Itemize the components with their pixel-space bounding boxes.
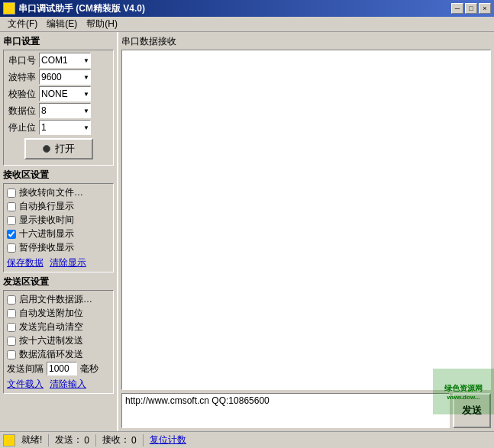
status-divider-1 [48, 434, 49, 446]
minimize-button[interactable]: ─ [451, 3, 463, 14]
left-panel: 串口设置 串口号 COM1 波特率 9600 [0, 32, 118, 431]
stopbits-label: 停止位 [7, 121, 36, 134]
recv-settings-title: 接收区设置 [3, 169, 114, 182]
recv-cb2-checkbox[interactable] [7, 202, 16, 211]
send-cb4-label: 按十六进制发送 [19, 334, 83, 347]
databits-row: 数据位 8 [7, 103, 110, 118]
serial-settings-title: 串口设置 [3, 35, 114, 48]
recv-cb1-label: 接收转向文件… [19, 186, 83, 199]
open-btn-dot [43, 145, 50, 153]
send-cb1-checkbox[interactable] [7, 295, 16, 305]
send-cb5-row: 数据流循环发送 [7, 348, 110, 361]
clear-display-link[interactable]: 清除显示 [50, 256, 86, 269]
interval-row: 发送间隔 毫秒 [7, 362, 110, 375]
baud-select[interactable]: 9600 [39, 69, 91, 85]
send-cb2-checkbox[interactable] [7, 309, 16, 318]
recv-cb1-checkbox[interactable] [7, 189, 16, 198]
menu-help[interactable]: 帮助(H) [82, 16, 122, 32]
send-button[interactable]: 发送 [453, 393, 491, 428]
clear-input-link[interactable]: 清除输入 [50, 378, 86, 391]
status-divider-2 [95, 434, 96, 446]
parity-label: 校验位 [7, 88, 36, 101]
app-title: 串口调试助手 (CM精装版 V4.0) [18, 2, 145, 15]
interval-input[interactable] [47, 362, 77, 375]
menu-bar: 文件(F) 编辑(E) 帮助(H) [0, 17, 494, 32]
send-input[interactable] [121, 393, 450, 428]
app-icon: ⚡ [3, 2, 15, 15]
save-data-link[interactable]: 保存数据 [7, 256, 44, 269]
close-button[interactable]: × [479, 3, 491, 14]
port-row: 串口号 COM1 [7, 53, 110, 68]
status-ready: 就绪! [21, 433, 42, 446]
port-select-wrapper: COM1 [39, 53, 91, 68]
recv-cb5-row: 暂停接收显示 [7, 241, 110, 254]
parity-select[interactable]: NONE [39, 86, 91, 102]
parity-row: 校验位 NONE [7, 86, 110, 102]
recv-count-value: 0 [131, 435, 137, 446]
send-cb4-row: 按十六进制发送 [7, 334, 110, 347]
send-row: 发送 [121, 393, 491, 428]
send-cb1-row: 启用文件数据源… [7, 293, 110, 306]
recv-cb5-checkbox[interactable] [7, 243, 16, 253]
recv-cb3-checkbox[interactable] [7, 216, 16, 225]
status-divider-3 [143, 434, 144, 446]
databits-select[interactable]: 8 [39, 103, 91, 118]
port-label: 串口号 [7, 54, 36, 67]
recv-cb2-row: 自动换行显示 [7, 200, 110, 213]
recv-link-row: 保存数据 清除显示 [7, 256, 110, 269]
stopbits-select-wrapper: 1 [39, 120, 91, 135]
main-container: 串口设置 串口号 COM1 波特率 9600 [0, 32, 494, 431]
send-cb3-label: 发送完自动清空 [19, 321, 83, 334]
databits-label: 数据位 [7, 105, 36, 118]
baud-row: 波特率 9600 [7, 69, 110, 85]
stopbits-row: 停止位 1 [7, 120, 110, 135]
send-cb3-checkbox[interactable] [7, 323, 16, 332]
menu-edit[interactable]: 编辑(E) [42, 16, 82, 32]
send-settings-section: 发送区设置 启用文件数据源… 自动发送附加位 发送完自动清空 按十六进制发送 [3, 276, 114, 394]
serial-settings-box: 串口号 COM1 波特率 9600 校验 [3, 50, 114, 166]
send-cb4-checkbox[interactable] [7, 337, 16, 346]
recv-cb5-label: 暂停接收显示 [19, 241, 74, 254]
send-cb5-label: 数据流循环发送 [19, 348, 83, 361]
recv-area-title: 串口数据接收 [121, 35, 491, 48]
interval-label: 发送间隔 [7, 363, 44, 375]
send-bottom-links: 文件载入 清除输入 [7, 378, 110, 391]
send-settings-box: 启用文件数据源… 自动发送附加位 发送完自动清空 按十六进制发送 数据流循环发送 [3, 290, 114, 394]
recv-settings-section: 接收区设置 接收转向文件… 自动换行显示 显示接收时间 十六进制显示 [3, 169, 114, 272]
recv-cb2-label: 自动换行显示 [19, 200, 74, 213]
send-count-value: 0 [84, 435, 89, 446]
recv-count-label: 接收： [102, 433, 130, 446]
right-panel: 串口数据接收 发送 [118, 32, 494, 431]
open-port-button[interactable]: 打开 [24, 138, 93, 160]
recv-count-item: 接收： 0 [102, 433, 137, 446]
menu-file[interactable]: 文件(F) [3, 16, 42, 32]
window-controls: ─ □ × [451, 3, 491, 14]
recv-cb4-checkbox[interactable] [7, 230, 16, 239]
status-icon: ⚡ [3, 434, 15, 446]
send-count-item: 发送： 0 [55, 433, 89, 446]
recv-settings-box: 接收转向文件… 自动换行显示 显示接收时间 十六进制显示 暂停接收显示 [3, 183, 114, 272]
title-bar: ⚡ 串口调试助手 (CM精装版 V4.0) ─ □ × [0, 0, 494, 17]
reset-count-btn[interactable]: 复位计数 [150, 433, 186, 446]
recv-cb3-row: 显示接收时间 [7, 214, 110, 227]
file-load-link[interactable]: 文件载入 [7, 378, 44, 391]
send-count-label: 发送： [55, 433, 82, 446]
stopbits-select[interactable]: 1 [39, 120, 91, 135]
send-cb2-label: 自动发送附加位 [19, 307, 83, 320]
baud-label: 波特率 [7, 71, 36, 84]
send-cb2-row: 自动发送附加位 [7, 307, 110, 320]
recv-text-area[interactable] [121, 50, 491, 390]
maximize-button[interactable]: □ [465, 3, 477, 14]
status-bar: ⚡ 就绪! 发送： 0 接收： 0 复位计数 [0, 431, 494, 448]
send-cb5-checkbox[interactable] [7, 350, 16, 359]
recv-cb3-label: 显示接收时间 [19, 214, 74, 227]
baud-select-wrapper: 9600 [39, 69, 91, 85]
serial-settings-section: 串口设置 串口号 COM1 波特率 9600 [3, 35, 114, 166]
port-select[interactable]: COM1 [39, 53, 91, 68]
interval-unit: 毫秒 [80, 363, 98, 375]
recv-cb1-row: 接收转向文件… [7, 186, 110, 199]
recv-cb4-row: 十六进制显示 [7, 227, 110, 240]
recv-cb4-label: 十六进制显示 [19, 227, 74, 240]
send-cb3-row: 发送完自动清空 [7, 321, 110, 334]
send-settings-title: 发送区设置 [3, 276, 114, 288]
